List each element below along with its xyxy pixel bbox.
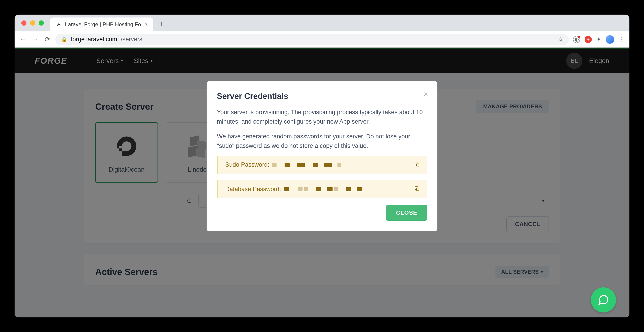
address-bar[interactable]: 🔒 forge.laravel.com/servers ☆ (55, 34, 569, 45)
svg-rect-0 (416, 164, 419, 166)
sudo-password-label: Sudo Password: (225, 161, 269, 168)
svg-rect-1 (416, 188, 419, 191)
browser-window: F Laravel Forge | PHP Hosting Fo × + ← →… (14, 15, 630, 317)
url-host: forge.laravel.com (71, 36, 117, 43)
sudo-password-value (272, 163, 410, 167)
server-credentials-modal: Server Credentials × Your server is prov… (206, 81, 438, 231)
extensions-puzzle-icon[interactable]: ✦ (596, 36, 601, 43)
close-window-button[interactable] (21, 21, 26, 26)
modal-overlay[interactable]: Server Credentials × Your server is prov… (14, 48, 630, 317)
sudo-password-box: Sudo Password: (217, 156, 427, 174)
extension-icon-1[interactable]: ◐ (573, 36, 580, 43)
minimize-window-button[interactable] (30, 21, 35, 26)
bookmark-star-icon[interactable]: ☆ (558, 36, 563, 43)
close-modal-button[interactable]: CLOSE (386, 205, 427, 221)
db-password-label: Database Password: (225, 186, 281, 193)
modal-paragraph-2: We have generated random passwords for y… (217, 132, 427, 151)
chat-fab-button[interactable] (591, 287, 616, 312)
forward-button[interactable]: → (31, 36, 39, 43)
reload-button[interactable]: ⟳ (43, 36, 51, 43)
new-tab-button[interactable]: + (156, 20, 164, 32)
chat-icon (598, 294, 609, 306)
browser-tab[interactable]: F Laravel Forge | PHP Hosting Fo × (50, 18, 153, 32)
extension-icons: ◐ + ✦ ⋮ (573, 35, 625, 44)
modal-paragraph-1: Your server is provisioning. The provisi… (217, 108, 427, 127)
tab-close-icon[interactable]: × (144, 21, 148, 28)
db-password-box: Database Password: (217, 180, 427, 198)
extension-icon-2[interactable]: + (584, 36, 592, 43)
browser-menu-icon[interactable]: ⋮ (619, 36, 625, 43)
copy-db-icon[interactable] (414, 186, 420, 192)
lock-icon: 🔒 (61, 37, 67, 42)
tab-favicon: F (56, 21, 62, 28)
db-password-value (284, 187, 410, 191)
back-button[interactable]: ← (19, 36, 27, 43)
window-controls (21, 21, 50, 32)
url-bar: ← → ⟳ 🔒 forge.laravel.com/servers ☆ ◐ + … (14, 32, 630, 48)
maximize-window-button[interactable] (39, 21, 44, 26)
modal-footer: CLOSE (217, 205, 427, 221)
url-path: /servers (121, 36, 142, 43)
modal-title: Server Credentials (217, 92, 427, 101)
tab-title: Laravel Forge | PHP Hosting Fo (65, 21, 141, 28)
profile-avatar[interactable] (606, 35, 614, 44)
tab-bar: F Laravel Forge | PHP Hosting Fo × + (14, 15, 630, 32)
modal-close-button[interactable]: × (424, 90, 428, 99)
app-content: FORGE Servers▾ Sites▾ EL Elegon Create S… (14, 48, 630, 317)
copy-sudo-icon[interactable] (414, 162, 420, 168)
